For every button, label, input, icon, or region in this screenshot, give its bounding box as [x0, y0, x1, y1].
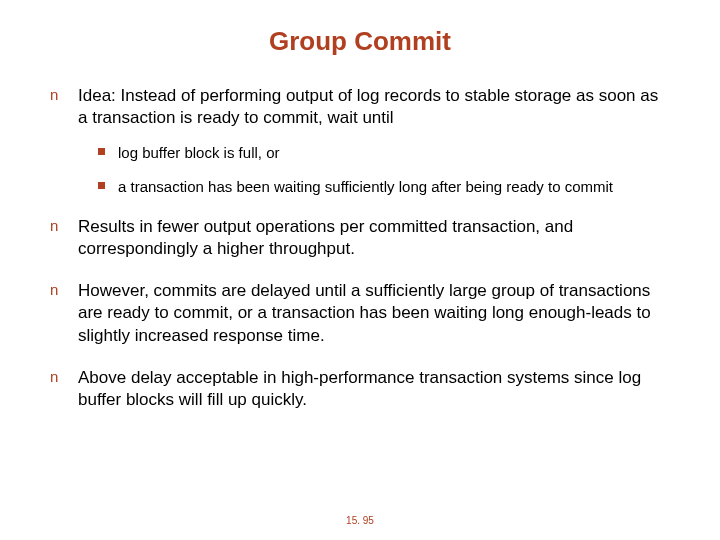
bullet-text: However, commits are delayed until a suf…: [78, 281, 651, 344]
bullet-item: Idea: Instead of performing output of lo…: [50, 85, 670, 196]
bullet-text: Results in fewer output operations per c…: [78, 217, 573, 258]
sub-bullet-item: a transaction has been waiting sufficien…: [98, 177, 670, 197]
bullet-text: Idea: Instead of performing output of lo…: [78, 86, 658, 127]
slide-title: Group Commit: [40, 26, 680, 57]
bullet-item: Results in fewer output operations per c…: [50, 216, 670, 260]
sub-bullet-text: log buffer block is full, or: [118, 144, 279, 161]
page-number: 15. 95: [0, 515, 720, 526]
sub-bullet-item: log buffer block is full, or: [98, 143, 670, 163]
bullet-item: However, commits are delayed until a suf…: [50, 280, 670, 346]
slide: Group Commit Idea: Instead of performing…: [0, 0, 720, 540]
bullet-text: Above delay acceptable in high-performan…: [78, 368, 641, 409]
bullet-list: Idea: Instead of performing output of lo…: [40, 85, 680, 411]
bullet-item: Above delay acceptable in high-performan…: [50, 367, 670, 411]
sub-bullet-list: log buffer block is full, or a transacti…: [78, 143, 670, 196]
sub-bullet-text: a transaction has been waiting sufficien…: [118, 178, 613, 195]
